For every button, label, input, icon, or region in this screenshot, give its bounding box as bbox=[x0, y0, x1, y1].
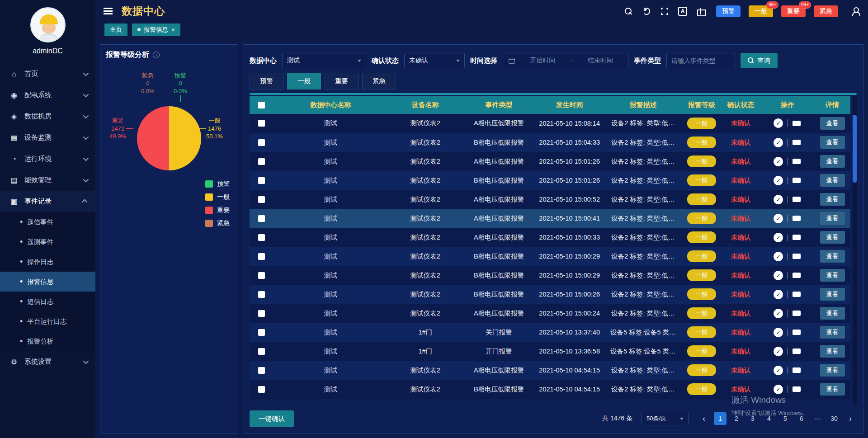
tab-0[interactable]: 主页 bbox=[104, 24, 127, 36]
page-number[interactable]: 30 bbox=[828, 412, 840, 425]
video-icon[interactable] bbox=[793, 367, 801, 373]
sidebar-subitem[interactable]: •报警分析 bbox=[0, 331, 95, 351]
table-row[interactable]: 测试测试仪表2A相电压低限报警2021-05-10 15:01:26设备2 标签… bbox=[250, 152, 850, 171]
level-tab-warning[interactable]: 预警 bbox=[250, 73, 283, 89]
level-tab-urgent[interactable]: 紧急 bbox=[362, 73, 396, 89]
alarm-badge-general[interactable]: 一般99+ bbox=[749, 5, 773, 17]
row-checkbox[interactable] bbox=[258, 291, 265, 298]
video-icon[interactable] bbox=[793, 178, 801, 183]
sidebar-item-4[interactable]: ◔运行环境 bbox=[0, 148, 95, 170]
table-row[interactable]: 测试测试仪表2A相电压低限报警2021-05-10 04:54:15设备2 标签… bbox=[250, 361, 850, 380]
sidebar-item-1[interactable]: ◉配电系统 bbox=[0, 85, 95, 106]
video-icon[interactable] bbox=[793, 349, 801, 354]
row-checkbox[interactable] bbox=[258, 139, 265, 146]
row-checkbox[interactable] bbox=[258, 329, 265, 336]
vertical-scrollbar[interactable] bbox=[853, 96, 857, 405]
view-button[interactable]: 查看 bbox=[820, 136, 845, 149]
row-checkbox[interactable] bbox=[258, 215, 265, 222]
table-row[interactable]: 测试测试仪表2B相电压低限报警2021-05-10 15:00:26设备2 标签… bbox=[250, 285, 850, 304]
table-row[interactable]: 测试测试仪表2A相电压低限报警2021-05-10 15:00:41设备2 标签… bbox=[250, 209, 850, 228]
prev-page-icon[interactable]: ‹ bbox=[698, 412, 710, 425]
view-button[interactable]: 查看 bbox=[820, 212, 845, 225]
sidebar-subitem[interactable]: •平台运行日志 bbox=[0, 311, 95, 331]
next-page-icon[interactable]: › bbox=[844, 412, 857, 425]
confirm-icon[interactable]: ✓ bbox=[774, 176, 783, 185]
alarm-badge-urgent[interactable]: 紧急 bbox=[814, 5, 838, 17]
sidebar-item-6[interactable]: ▣事件记录 bbox=[0, 191, 95, 212]
table-row[interactable]: 测试测试仪表2A相电压低限报警2021-05-10 15:00:24设备2 标签… bbox=[250, 304, 850, 323]
table-row[interactable]: 测试测试仪表2A相电压低限报警2021-05-10 15:00:33设备2 标签… bbox=[250, 228, 850, 247]
confirm-icon[interactable]: ✓ bbox=[774, 157, 783, 166]
table-row[interactable]: 测试测试仪表2B相电压低限报警2021-05-10 04:54:15设备2 标签… bbox=[250, 380, 850, 399]
page-size-select[interactable]: 50条/页 bbox=[642, 412, 689, 425]
view-button[interactable]: 查看 bbox=[820, 155, 845, 168]
view-button[interactable]: 查看 bbox=[820, 326, 845, 339]
table-row[interactable]: 测试测试仪表2A相电压低限报警2021-05-10 15:00:52设备2 标签… bbox=[250, 190, 850, 209]
row-checkbox[interactable] bbox=[258, 196, 265, 203]
confirm-icon[interactable]: ✓ bbox=[774, 195, 783, 204]
table-row[interactable]: 测试测试仪表2B相电压低限报警2021-05-10 15:04:33设备2 标签… bbox=[250, 133, 850, 152]
video-icon[interactable] bbox=[793, 273, 801, 278]
video-icon[interactable] bbox=[793, 386, 801, 392]
search-icon[interactable] bbox=[624, 7, 633, 16]
fullscreen-icon[interactable] bbox=[660, 7, 669, 16]
table-row[interactable]: 测试测试仪表2B相电压低限报警2021-05-10 15:00:29设备2 标签… bbox=[250, 266, 850, 285]
confirm-icon[interactable]: ✓ bbox=[774, 309, 783, 318]
confirm-icon[interactable]: ✓ bbox=[774, 271, 783, 280]
info-icon[interactable]: i bbox=[153, 52, 160, 58]
view-button[interactable]: 查看 bbox=[820, 345, 845, 358]
video-icon[interactable] bbox=[793, 216, 801, 221]
confirm-icon[interactable]: ✓ bbox=[774, 118, 783, 128]
confirm-icon[interactable]: ✓ bbox=[774, 366, 783, 375]
sidebar-item-7[interactable]: ⚙系统设置 bbox=[0, 351, 95, 372]
tab-1[interactable]: 报警信息× bbox=[132, 24, 180, 36]
table-row[interactable]: 测试1#门开门报警2021-05-10 13:36:58设备5 标签:设备5 类… bbox=[250, 342, 850, 361]
page-number[interactable]: 1 bbox=[714, 412, 726, 425]
row-checkbox[interactable] bbox=[258, 234, 265, 241]
row-checkbox[interactable] bbox=[258, 177, 265, 184]
confirm-icon[interactable]: ✓ bbox=[774, 233, 783, 242]
alarm-badge-warning[interactable]: 预警 bbox=[716, 5, 741, 17]
sidebar-item-3[interactable]: ▦设备监测 bbox=[0, 127, 95, 148]
page-number[interactable]: 3 bbox=[746, 412, 759, 425]
select-all-checkbox[interactable] bbox=[258, 102, 265, 108]
row-checkbox[interactable] bbox=[258, 158, 265, 165]
confirm-all-button[interactable]: 一键确认 bbox=[250, 410, 294, 427]
date-range-picker[interactable]: 开始时间 - 结束时间 bbox=[503, 53, 628, 68]
page-number[interactable]: 5 bbox=[779, 412, 792, 425]
video-icon[interactable] bbox=[793, 197, 801, 202]
confirm-icon[interactable]: ✓ bbox=[774, 252, 783, 261]
sidebar-item-2[interactable]: ◈数据机房 bbox=[0, 106, 95, 127]
video-icon[interactable] bbox=[793, 292, 801, 297]
view-button[interactable]: 查看 bbox=[820, 307, 845, 320]
confirm-icon[interactable]: ✓ bbox=[774, 347, 783, 356]
avatar[interactable] bbox=[30, 7, 66, 42]
page-number[interactable]: 2 bbox=[730, 412, 743, 425]
view-button[interactable]: 查看 bbox=[820, 117, 845, 130]
sidebar-subitem[interactable]: •操作日志 bbox=[0, 252, 95, 272]
page-number[interactable]: 6 bbox=[795, 412, 808, 425]
sidebar-subitem[interactable]: •遥信事件 bbox=[0, 212, 95, 232]
query-button[interactable]: 查询 bbox=[741, 53, 778, 68]
translate-icon[interactable]: A bbox=[678, 7, 687, 16]
view-button[interactable]: 查看 bbox=[820, 364, 845, 377]
row-checkbox[interactable] bbox=[258, 120, 265, 127]
scrollbar-thumb[interactable] bbox=[853, 115, 857, 183]
video-icon[interactable] bbox=[793, 254, 801, 259]
row-checkbox[interactable] bbox=[258, 253, 265, 260]
page-ellipsis[interactable]: ⋯ bbox=[811, 412, 824, 425]
view-button[interactable]: 查看 bbox=[820, 250, 845, 263]
row-checkbox[interactable] bbox=[258, 310, 265, 317]
video-icon[interactable] bbox=[793, 121, 801, 126]
row-checkbox[interactable] bbox=[258, 386, 265, 393]
confirm-icon[interactable]: ✓ bbox=[774, 214, 783, 223]
table-row[interactable]: 测试1#门关门报警2021-05-10 13:37:40设备5 标签:设备5 类… bbox=[250, 323, 850, 342]
menu-toggle-icon[interactable] bbox=[104, 10, 113, 12]
gift-icon[interactable] bbox=[696, 7, 705, 16]
user-icon[interactable] bbox=[851, 7, 860, 16]
confirm-icon[interactable]: ✓ bbox=[774, 138, 783, 147]
video-icon[interactable] bbox=[793, 235, 801, 240]
page-number[interactable]: 4 bbox=[763, 412, 775, 425]
video-icon[interactable] bbox=[793, 159, 801, 164]
video-icon[interactable] bbox=[793, 330, 801, 335]
